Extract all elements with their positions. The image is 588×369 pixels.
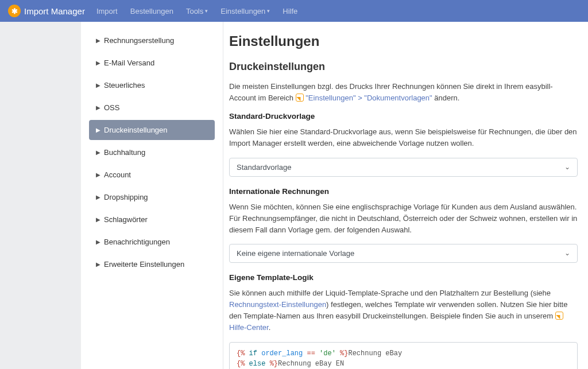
sidebar-item-label: OSS: [104, 103, 119, 112]
tmpl-heading: Eigene Template-Logik: [229, 273, 578, 282]
sidebar-item-druckeinstellungen[interactable]: ▶ Druckeinstellungen: [89, 120, 215, 140]
chevron-down-icon: ▾: [267, 8, 270, 14]
intl-template-value: Keine eigene internationale Vorlage: [237, 249, 354, 258]
sidebar-item-account[interactable]: ▶ Account: [89, 165, 215, 185]
arrow-right-icon: ▶: [96, 60, 100, 66]
sidebar-item-benachrichtigungen[interactable]: ▶ Benachrichtigungen: [89, 232, 215, 252]
std-desc: Wählen Sie hier eine Standard-Druckvorla…: [229, 126, 578, 149]
sidebar-item-label: Dropshipping: [104, 193, 148, 201]
arrow-right-icon: ▶: [96, 261, 100, 267]
arrow-right-icon: ▶: [96, 82, 100, 88]
arrow-right-icon: ▶: [96, 216, 100, 223]
link-hilfe-center[interactable]: Hilfe-Center: [229, 323, 269, 332]
link-dokumentvorlagen[interactable]: "Einstellungen" > "Dokumentvorlagen": [305, 94, 432, 102]
arrow-right-icon: ▶: [96, 37, 100, 44]
std-heading: Standard-Druckvorlage: [229, 112, 578, 121]
nav-tools[interactable]: Tools▾: [186, 7, 208, 15]
sidebar-item-steuerliches[interactable]: ▶ Steuerliches: [89, 75, 215, 95]
external-link-icon: [296, 94, 304, 102]
nav-items: Import Bestellungen Tools▾ Einstellungen…: [96, 7, 297, 15]
brand-text: Import Manager: [24, 6, 85, 16]
std-template-value: Standardvorlage: [237, 163, 291, 172]
sidebar-item-label: Rechnungserstellung: [104, 36, 174, 45]
intl-heading: Internationale Rechnungen: [229, 187, 578, 196]
sidebar-item-label: Erweiterte Einstellungen: [104, 260, 184, 269]
arrow-right-icon: ▶: [96, 172, 100, 178]
chevron-down-icon: ▾: [205, 8, 208, 14]
page-title: Einstellungen: [229, 33, 578, 49]
nav-hilfe[interactable]: Hilfe: [283, 7, 297, 15]
arrow-right-icon: ▶: [96, 104, 100, 111]
brand: ✱ Import Manager: [8, 5, 85, 17]
nav-einstellungen[interactable]: Einstellungen▾: [220, 7, 270, 15]
std-template-select[interactable]: Standardvorlage ⌄: [229, 158, 578, 177]
top-navbar: ✱ Import Manager Import Bestellungen Too…: [0, 0, 588, 22]
sidebar-item-label: Buchhaltung: [104, 148, 145, 157]
main-content: Einstellungen Druckeinstellungen Die mei…: [223, 22, 588, 369]
tmpl-desc: Sie können auch mithilfe der Liquid-Temp…: [229, 288, 578, 334]
external-link-icon: [555, 312, 563, 320]
sidebar-item-email-versand[interactable]: ▶ E-Mail Versand: [89, 53, 215, 73]
sidebar-item-oss[interactable]: ▶ OSS: [89, 98, 215, 118]
nav-import[interactable]: Import: [96, 7, 118, 15]
sidebar-item-label: Druckeinstellungen: [104, 126, 168, 134]
arrow-right-icon: ▶: [96, 239, 100, 245]
left-gap: [0, 22, 81, 369]
link-rechnungstext[interactable]: Rechnungstext-Einstellungen: [229, 300, 326, 309]
sidebar-item-dropshipping[interactable]: ▶ Dropshipping: [89, 187, 215, 207]
brand-icon: ✱: [8, 5, 21, 17]
intro-text: Die meisten Einstellungen bzgl. des Druc…: [229, 81, 578, 104]
sidebar-item-erweiterte-einstellungen[interactable]: ▶ Erweiterte Einstellungen: [89, 254, 215, 274]
arrow-right-icon: ▶: [96, 194, 100, 200]
intl-template-select[interactable]: Keine eigene internationale Vorlage ⌄: [229, 244, 578, 263]
intl-desc: Wenn Sie möchten, können Sie eine englis…: [229, 201, 578, 236]
arrow-right-icon: ▶: [96, 149, 100, 156]
template-code-editor[interactable]: {% if order_lang == 'de' %}Rechnung eBay…: [229, 342, 578, 369]
sidebar-item-label: Schlagwörter: [104, 215, 148, 224]
sidebar-item-rechnungserstellung[interactable]: ▶ Rechnungserstellung: [89, 30, 215, 51]
sidebar-item-label: Steuerliches: [104, 81, 145, 90]
page-subtitle: Druckeinstellungen: [229, 61, 578, 73]
chevron-down-icon: ⌄: [564, 249, 570, 257]
sidebar-item-label: E-Mail Versand: [104, 59, 154, 67]
arrow-right-icon: ▶: [96, 127, 100, 133]
sidebar: ▶ Rechnungserstellung ▶ E-Mail Versand ▶…: [81, 22, 223, 369]
sidebar-item-buchhaltung[interactable]: ▶ Buchhaltung: [89, 142, 215, 162]
nav-bestellungen[interactable]: Bestellungen: [130, 7, 173, 15]
chevron-down-icon: ⌄: [564, 163, 570, 171]
sidebar-item-schlagwoerter[interactable]: ▶ Schlagwörter: [89, 209, 215, 230]
sidebar-item-label: Account: [104, 170, 131, 179]
sidebar-item-label: Benachrichtigungen: [104, 238, 170, 246]
